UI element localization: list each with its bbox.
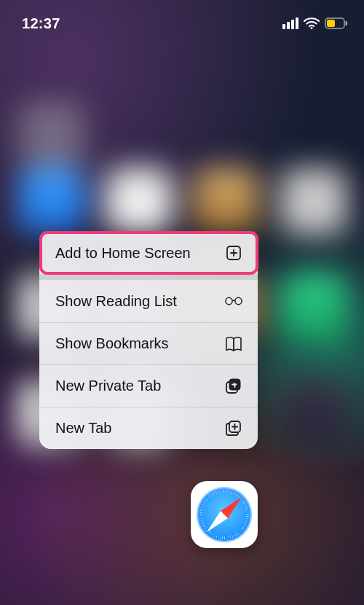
menu-item-new-private-tab[interactable]: New Private Tab xyxy=(39,364,258,407)
private-tab-icon xyxy=(224,377,243,396)
book-icon xyxy=(224,335,243,354)
wifi-icon xyxy=(304,17,320,29)
plus-square-icon xyxy=(224,243,243,262)
status-time: 12:37 xyxy=(22,15,60,32)
safari-app-icon[interactable] xyxy=(191,481,258,548)
menu-item-add-to-home-screen[interactable]: Add to Home Screen xyxy=(39,232,258,274)
menu-item-label: Add to Home Screen xyxy=(55,245,191,262)
menu-item-new-tab[interactable]: New Tab xyxy=(39,407,258,449)
svg-point-7 xyxy=(226,297,232,304)
svg-point-8 xyxy=(235,297,242,304)
battery-icon xyxy=(325,17,348,29)
menu-item-label: Show Bookmarks xyxy=(55,335,169,352)
menu-item-label: New Tab xyxy=(55,420,111,437)
menu-group-separator xyxy=(39,274,258,280)
svg-rect-2 xyxy=(327,20,335,27)
status-bar: 12:37 xyxy=(0,0,364,39)
menu-item-label: New Private Tab xyxy=(55,378,161,394)
menu-item-show-reading-list[interactable]: Show Reading List xyxy=(39,280,258,322)
menu-item-label: Show Reading List xyxy=(55,293,177,310)
menu-item-show-bookmarks[interactable]: Show Bookmarks xyxy=(39,322,258,364)
compass-icon xyxy=(197,487,252,542)
context-menu: Add to Home Screen Show Reading List Sho… xyxy=(39,232,258,449)
glasses-icon xyxy=(224,292,243,311)
svg-rect-3 xyxy=(346,21,348,26)
cellular-icon xyxy=(282,17,298,29)
svg-point-0 xyxy=(311,27,313,29)
status-indicators xyxy=(282,17,348,29)
new-tab-icon xyxy=(224,419,243,438)
